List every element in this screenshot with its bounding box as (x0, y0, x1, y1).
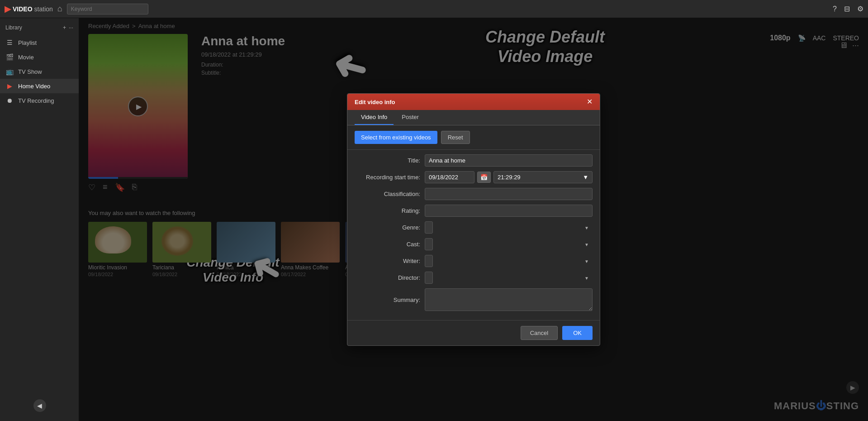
form-row-recording: Recording start time: 📅 21:29:29 ▼ (355, 171, 593, 183)
edit-video-modal: Edit video info ✕ Video Info Poster Sele… (347, 93, 600, 346)
director-select-wrapper (425, 272, 593, 284)
modal-form-body: Title: Recording start time: 📅 21:29:29 … (347, 150, 600, 320)
home-icon[interactable]: ⌂ (57, 4, 62, 14)
sidebar-item-label: Home Video (18, 83, 50, 90)
genre-select[interactable] (425, 221, 433, 234)
playlist-icon: ☰ (5, 39, 14, 46)
modal-footer: Cancel OK (347, 320, 600, 345)
modal-actions: Select from existing videos Reset (347, 125, 600, 150)
main-content: 🖥 ··· Recently Added > Anna at home ♡ (79, 18, 868, 421)
writer-select-wrapper (425, 255, 593, 267)
date-row-inner: 📅 21:29:29 ▼ (425, 171, 593, 183)
form-row-genre: Genre: (355, 221, 593, 234)
rating-label: Rating: (355, 207, 420, 214)
sidebar-header: Library + ··· (0, 23, 79, 33)
summary-textarea[interactable] (425, 288, 593, 311)
writer-label: Writer: (355, 258, 420, 264)
sidebar-item-tvshow[interactable]: 📺 TV Show (0, 64, 79, 79)
topbar-right: ? ⊟ ⚙ (833, 5, 863, 13)
cancel-button[interactable]: Cancel (521, 326, 558, 340)
ok-button[interactable]: OK (562, 326, 593, 340)
sidebar: Library + ··· ☰ Playlist 🎬 Movie 📺 TV Sh… (0, 18, 79, 421)
genre-label: Genre: (355, 224, 420, 231)
topbar: ▶ VIDEOstation ⌂ ? ⊟ ⚙ (0, 0, 868, 18)
form-row-cast: Cast: (355, 238, 593, 250)
tab-video-info[interactable]: Video Info (355, 110, 394, 125)
sidebar-item-playlist[interactable]: ☰ Playlist (0, 35, 79, 50)
recording-date-input[interactable] (425, 171, 474, 183)
sidebar-header-actions: + ··· (63, 24, 73, 31)
recording-label: Recording start time: (355, 174, 420, 181)
title-input[interactable] (425, 154, 593, 167)
director-select[interactable] (425, 272, 433, 284)
logo-video: VIDEO (13, 5, 33, 13)
time-value: 21:29:29 (498, 174, 521, 181)
sidebar-item-label: TV Recording (18, 97, 54, 104)
form-row-director: Director: (355, 272, 593, 284)
tvrecording-icon: ⏺ (5, 97, 14, 104)
layout-icon[interactable]: ⊟ (844, 5, 850, 13)
homevideo-icon: ▶ (5, 82, 14, 90)
main-layout: Library + ··· ☰ Playlist 🎬 Movie 📺 TV Sh… (0, 18, 868, 421)
time-input[interactable]: 21:29:29 ▼ (493, 171, 593, 183)
modal-backdrop[interactable]: Edit video info ✕ Video Info Poster Sele… (79, 18, 868, 421)
cast-select[interactable] (425, 238, 433, 250)
modal-header: Edit video info ✕ (347, 94, 600, 110)
sidebar-item-label: Movie (18, 54, 34, 61)
movie-icon: 🎬 (5, 53, 14, 61)
form-row-title: Title: (355, 154, 593, 167)
cast-label: Cast: (355, 241, 420, 248)
sidebar-item-homevideo[interactable]: ▶ Home Video (0, 79, 79, 93)
sidebar-bottom-nav: ◀ (0, 399, 79, 412)
logo-icon: ▶ (5, 4, 11, 14)
more-library-icon[interactable]: ··· (69, 24, 73, 31)
writer-select[interactable] (425, 255, 433, 267)
genre-select-wrapper (425, 221, 593, 234)
cast-select-wrapper (425, 238, 593, 250)
search-input[interactable] (67, 4, 148, 14)
add-library-icon[interactable]: + (63, 24, 66, 31)
tvshow-icon: 📺 (5, 68, 14, 75)
form-row-classification: Classification: (355, 188, 593, 200)
app-logo: ▶ VIDEOstation (5, 4, 53, 14)
select-existing-button[interactable]: Select from existing videos (355, 131, 437, 144)
classification-input[interactable] (425, 188, 593, 200)
sidebar-item-movie[interactable]: 🎬 Movie (0, 50, 79, 64)
calendar-button[interactable]: 📅 (477, 172, 491, 183)
tab-poster[interactable]: Poster (395, 110, 425, 125)
rating-input[interactable] (425, 205, 593, 217)
sidebar-nav-left[interactable]: ◀ (33, 399, 46, 412)
modal-close-button[interactable]: ✕ (587, 98, 593, 105)
modal-title: Edit video info (355, 99, 395, 105)
help-icon[interactable]: ? (833, 5, 837, 13)
form-row-summary: Summary: (355, 288, 593, 311)
form-row-rating: Rating: (355, 205, 593, 217)
sidebar-item-label: Playlist (18, 39, 37, 46)
library-label: Library (5, 24, 22, 31)
title-label: Title: (355, 157, 420, 164)
time-dropdown-icon: ▼ (583, 174, 588, 181)
settings-icon[interactable]: ⚙ (857, 5, 863, 13)
form-row-writer: Writer: (355, 255, 593, 267)
modal-tabs: Video Info Poster (347, 110, 600, 125)
director-label: Director: (355, 274, 420, 281)
summary-label: Summary: (355, 297, 420, 303)
logo-station: station (34, 5, 53, 13)
sidebar-item-tvrecording[interactable]: ⏺ TV Recording (0, 93, 79, 108)
reset-button[interactable]: Reset (441, 131, 470, 144)
classification-label: Classification: (355, 191, 420, 197)
sidebar-item-label: TV Show (18, 68, 42, 75)
